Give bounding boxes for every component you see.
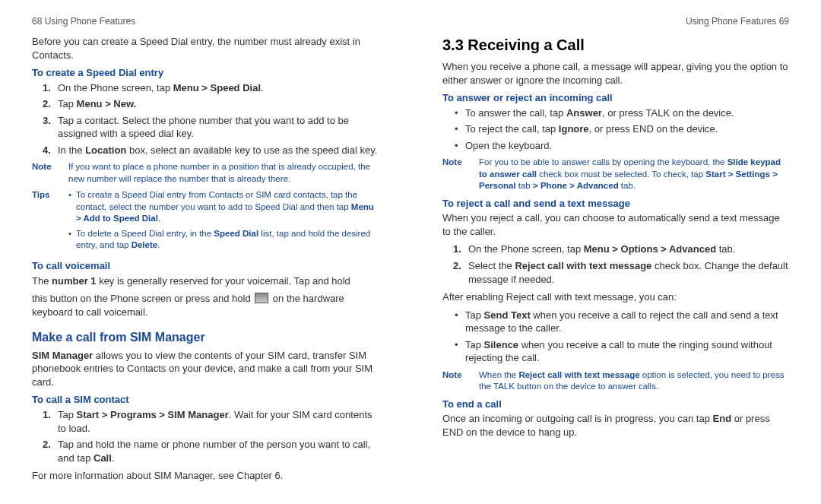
note-occupied-position: Note If you want to place a phone number… bbox=[32, 161, 379, 185]
sim-step-2: 2. Tap and hold the name or phone number… bbox=[32, 438, 379, 464]
running-head-left: 68 Using Phone Features bbox=[32, 15, 379, 27]
step-4-text: In the Location box, select an available… bbox=[58, 144, 377, 156]
step-2: 2. Tap Menu > New. bbox=[32, 97, 379, 111]
heading-sim-manager: Make a call from SIM Manager bbox=[32, 329, 379, 346]
sim-step-2-text: Tap and hold the name or phone number of… bbox=[58, 439, 370, 464]
sim-step-1-text: Tap Start > Programs > SIM Manager. Wait… bbox=[58, 409, 372, 434]
voicemail-text-2: this button on the Phone screen or press… bbox=[32, 292, 379, 319]
receiving-intro: When you receive a phone call, a message… bbox=[442, 60, 789, 87]
reject-steps: 1. On the Phone screen, tap Menu > Optio… bbox=[442, 242, 789, 286]
sim-manager-intro: SIM Manager allows you to view the conte… bbox=[32, 349, 379, 389]
sim-step-1: 1. Tap Start > Programs > SIM Manager. W… bbox=[32, 408, 379, 435]
tips-body: To create a Speed Dial entry from Contac… bbox=[68, 189, 379, 255]
heading-reject-text: To reject a call and send a text message bbox=[442, 197, 789, 211]
steps-create-speed-dial: 1. On the Phone screen, tap Menu > Speed… bbox=[32, 81, 379, 157]
note-label-right: Note bbox=[442, 157, 479, 192]
answer-reject-list: To answer the call, tap Answer, or press… bbox=[442, 106, 789, 153]
sim-more-info: For more information about SIM Manager, … bbox=[32, 469, 379, 483]
reject-step-1: 1. On the Phone screen, tap Menu > Optio… bbox=[442, 242, 789, 256]
intro-speed-dial: Before you can create a Speed Dial entry… bbox=[32, 35, 379, 62]
running-head-right: Using Phone Features 69 bbox=[442, 15, 789, 27]
note2-body: When the Reject call with text message o… bbox=[479, 369, 789, 393]
step-3: 3. Tap a contact. Select the phone numbe… bbox=[32, 114, 379, 141]
voicemail-key-icon bbox=[255, 293, 268, 303]
heading-receiving-call: 3.3 Receiving a Call bbox=[442, 35, 789, 55]
step-1-text: On the Phone screen, tap Menu > Speed Di… bbox=[58, 82, 264, 94]
send-text-item: Tap Send Text when you receive a call to… bbox=[442, 309, 789, 335]
open-keyboard-item: Open the keyboard. bbox=[442, 139, 789, 153]
note-body: If you want to place a phone number in a… bbox=[68, 161, 379, 185]
reject-intro: When you reject a call, you can choose t… bbox=[442, 211, 789, 238]
tips-speed-dial: Tips To create a Speed Dial entry from C… bbox=[32, 189, 379, 255]
heading-call-voicemail: To call voicemail bbox=[32, 259, 379, 273]
heading-create-speed-dial: To create a Speed Dial entry bbox=[32, 66, 379, 80]
two-page-spread: 68 Using Phone Features Before you can c… bbox=[0, 0, 821, 504]
after-enable-list: Tap Send Text when you receive a call to… bbox=[442, 309, 789, 365]
tip-2: To delete a Speed Dial entry, in the Spe… bbox=[68, 228, 379, 252]
tip-1: To create a Speed Dial entry from Contac… bbox=[68, 189, 379, 225]
note-slide-keypad: Note For you to be able to answer calls … bbox=[442, 157, 789, 192]
note-reject-text: Note When the Reject call with text mess… bbox=[442, 369, 789, 393]
heading-call-sim-contact: To call a SIM contact bbox=[32, 393, 379, 407]
steps-sim-call: 1. Tap Start > Programs > SIM Manager. W… bbox=[32, 408, 379, 464]
note2-label: Note bbox=[442, 369, 479, 393]
silence-item: Tap Silence when you receive a call to m… bbox=[442, 338, 789, 365]
note-body-right: For you to be able to answer calls by op… bbox=[479, 157, 789, 192]
step-2-text: Tap Menu > New. bbox=[58, 98, 136, 109]
end-call-text: Once an incoming or outgoing call is in … bbox=[442, 412, 789, 439]
page-left: 68 Using Phone Features Before you can c… bbox=[0, 0, 410, 504]
note-label: Note bbox=[32, 161, 68, 185]
heading-end-call: To end a call bbox=[442, 398, 789, 411]
reject-step-2: 2. Select the Reject call with text mess… bbox=[442, 259, 789, 286]
answer-item: To answer the call, tap Answer, or press… bbox=[442, 106, 789, 120]
after-enable: After enabling Reject call with text mes… bbox=[442, 290, 789, 304]
step-3-text: Tap a contact. Select the phone number t… bbox=[58, 115, 349, 140]
step-1: 1. On the Phone screen, tap Menu > Speed… bbox=[32, 81, 379, 95]
heading-answer-reject: To answer or reject an incoming call bbox=[442, 91, 789, 105]
voicemail-text: The number 1 key is generally reserved f… bbox=[32, 274, 379, 288]
page-right: Using Phone Features 69 3.3 Receiving a … bbox=[410, 0, 821, 504]
reject-item: To reject the call, tap Ignore, or press… bbox=[442, 122, 789, 136]
step-4: 4. In the Location box, select an availa… bbox=[32, 144, 379, 157]
tips-label: Tips bbox=[32, 189, 68, 255]
